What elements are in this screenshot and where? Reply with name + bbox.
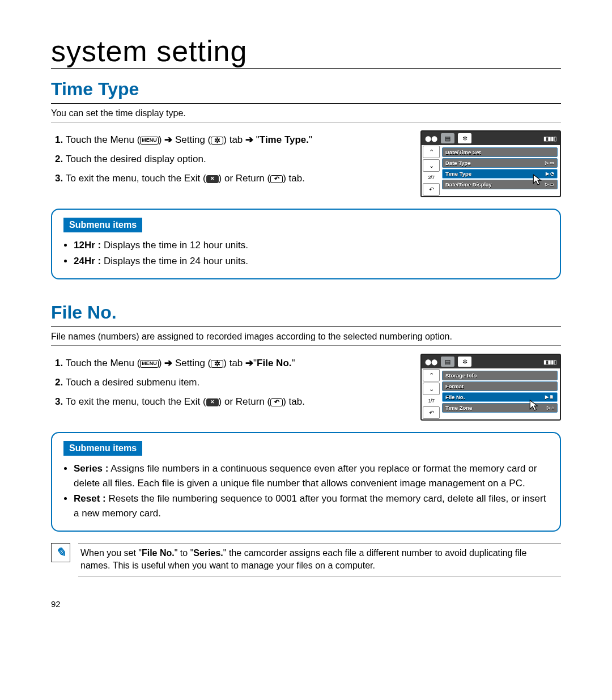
- battery-icon: ◧▮▮▯: [543, 135, 556, 142]
- gear-icon: [211, 360, 223, 368]
- submenu-item: Series : Assigns file numbers in a conti…: [74, 461, 549, 490]
- camcorder-screen-file-no: ⬤⬤ ▤ ✲ ◧▮▮▯ ⌃ ⌄ 1/7 ↶ Storage Info Forma…: [420, 354, 561, 421]
- menu-row: Time Zone▷ ⌂: [442, 403, 558, 413]
- page-number: 92: [51, 599, 561, 609]
- note-text: When you set "File No." to "Series." the…: [78, 543, 561, 576]
- page-indicator: 2/7: [422, 172, 441, 183]
- submenu-label: Submenu items: [63, 218, 142, 232]
- section-heading-time-type: Time Type: [51, 79, 561, 104]
- steps-file-no: Touch the Menu (MENU) ➔ Setting () tab ➔…: [51, 354, 410, 411]
- page-title: system setting: [51, 34, 561, 69]
- section-desc-file-no: File names (numbers) are assigned to rec…: [51, 329, 561, 346]
- menu-row: Date/Time Set: [442, 147, 558, 157]
- menu-row: Storage Info: [442, 371, 558, 380]
- battery-icon: ◧▮▮▯: [543, 359, 556, 365]
- menu-row: Date/Time Display▷ ▭: [442, 180, 558, 189]
- submenu-item: Reset : Resets the file numbering sequen…: [74, 491, 549, 520]
- camcorder-mode-icon: ⬤⬤: [425, 135, 437, 142]
- step-2: Touch a desired submenu item.: [66, 373, 410, 392]
- menu-icon: MENU: [140, 137, 159, 145]
- back-button: ↶: [423, 406, 440, 419]
- section-heading-file-no: File No.: [51, 302, 561, 327]
- step-1: Touch the Menu (MENU) ➔ Setting () tab ➔…: [66, 354, 410, 373]
- step-3: To exit the menu, touch the Exit () or R…: [66, 392, 410, 411]
- return-icon: [270, 398, 283, 406]
- submenu-box-time-type: Submenu items 12Hr : Displays the time i…: [51, 209, 561, 279]
- step-1: Touch the Menu (MENU) ➔ Setting () tab ➔…: [66, 130, 410, 150]
- step-2: Touch the desired display option.: [66, 150, 410, 169]
- tab-settings-icon: ✲: [458, 357, 471, 367]
- camcorder-mode-icon: ⬤⬤: [425, 359, 437, 365]
- steps-time-type: Touch the Menu (MENU) ➔ Setting () tab ➔…: [51, 130, 410, 188]
- arrow-icon: ➔: [164, 134, 172, 145]
- tab-list-icon: ▤: [441, 357, 454, 367]
- menu-row: Date Type▷ ▭: [442, 158, 558, 168]
- menu-icon: MENU: [140, 360, 159, 368]
- arrow-icon: ➔: [245, 358, 253, 368]
- note: ✎ When you set "File No." to "Series." t…: [51, 543, 561, 576]
- section-desc-time-type: You can set the time display type.: [51, 106, 561, 122]
- step-3: To exit the menu, touch the Exit () or R…: [66, 169, 410, 188]
- gear-icon: [211, 137, 223, 145]
- scroll-up-button: ⌃: [423, 146, 440, 158]
- submenu-label: Submenu items: [63, 441, 142, 456]
- scroll-down-button: ⌄: [423, 383, 440, 395]
- note-icon: ✎: [51, 543, 70, 562]
- tab-settings-icon: ✲: [458, 133, 471, 143]
- camcorder-screen-time-type: ⬤⬤ ▤ ✲ ◧▮▮▯ ⌃ ⌄ 2/7 ↶ Date/Time Set Date…: [420, 130, 561, 197]
- scroll-up-button: ⌃: [423, 369, 440, 381]
- page-indicator: 1/7: [422, 396, 441, 406]
- tab-list-icon: ▤: [441, 133, 454, 143]
- menu-row: Format: [442, 381, 558, 391]
- submenu-item: 24Hr : Displays the time in 24 hour unit…: [74, 254, 549, 269]
- menu-row-selected: Time Type▶ ◔: [442, 169, 558, 179]
- arrow-icon: ➔: [245, 134, 253, 145]
- back-button: ↶: [423, 183, 440, 196]
- scroll-down-button: ⌄: [423, 159, 440, 172]
- return-icon: [270, 175, 283, 183]
- arrow-icon: ➔: [164, 358, 172, 368]
- submenu-box-file-no: Submenu items Series : Assigns file numb…: [51, 432, 561, 532]
- exit-icon: [206, 398, 219, 406]
- submenu-item: 12Hr : Displays the time in 12 hour unit…: [74, 238, 549, 253]
- exit-icon: [206, 175, 219, 183]
- menu-row-selected: File No.▶ 🗎: [442, 392, 558, 402]
